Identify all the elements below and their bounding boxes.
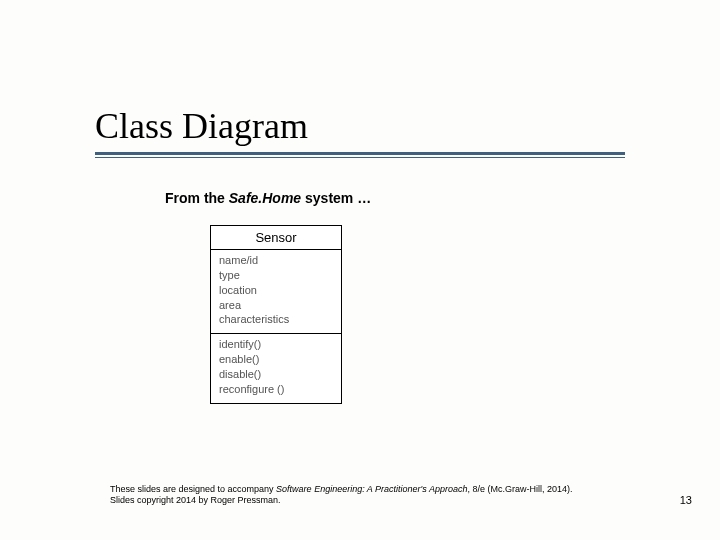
subtitle-post: system …	[301, 190, 371, 206]
uml-attribute: location	[219, 283, 333, 298]
uml-attribute: name/id	[219, 253, 333, 268]
subtitle-system-name: Safe.Home	[229, 190, 301, 206]
slide-title: Class Diagram	[95, 105, 308, 147]
uml-operation: enable()	[219, 352, 333, 367]
uml-attribute: characteristics	[219, 312, 333, 327]
uml-operation: identify()	[219, 337, 333, 352]
uml-attribute: area	[219, 298, 333, 313]
uml-operation: reconfigure ()	[219, 382, 333, 397]
slide: Class Diagram From the Safe.Home system …	[0, 0, 720, 540]
uml-operations: identify() enable() disable() reconfigur…	[211, 333, 341, 402]
uml-class-box: Sensor name/id type location area charac…	[210, 225, 342, 404]
title-underline	[95, 152, 625, 158]
uml-attributes: name/id type location area characteristi…	[211, 249, 341, 333]
footer-book-title: Software Engineering: A Practitioner's A…	[276, 484, 467, 494]
page-number: 13	[680, 494, 692, 506]
footer-text: These slides are designed to accompany S…	[110, 484, 590, 507]
uml-class-name: Sensor	[211, 226, 341, 249]
slide-subtitle: From the Safe.Home system …	[165, 190, 371, 206]
footer-pre: These slides are designed to accompany	[110, 484, 276, 494]
uml-attribute: type	[219, 268, 333, 283]
uml-operation: disable()	[219, 367, 333, 382]
subtitle-pre: From the	[165, 190, 229, 206]
